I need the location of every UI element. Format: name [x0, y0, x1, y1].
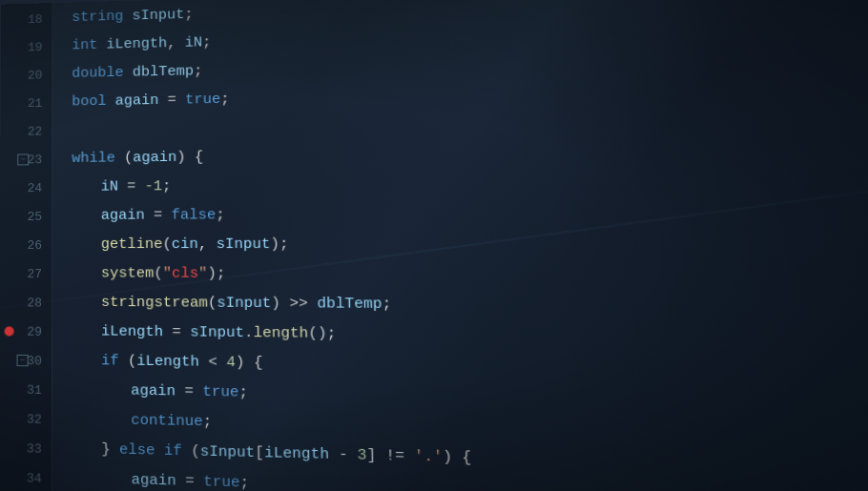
- line-num-33: 33: [0, 433, 52, 463]
- line-num-20: 20: [1, 61, 52, 90]
- line-num-30: − 30: [0, 346, 52, 376]
- token-sinput5: sInput: [200, 438, 256, 469]
- token-eq6: =: [176, 467, 204, 491]
- token-length: length: [253, 318, 308, 349]
- token-semi8: ;: [238, 378, 248, 409]
- token-semi6: ;: [216, 201, 225, 231]
- token-if: if: [101, 347, 119, 377]
- token-bracket2: ]: [366, 441, 385, 473]
- token-if2: if: [164, 437, 182, 467]
- token-p7: (: [208, 289, 217, 318]
- line-num-23: − 23: [0, 145, 52, 174]
- breakpoint-29[interactable]: [5, 326, 14, 336]
- token-eq5: =: [176, 378, 203, 408]
- token-space8: [182, 437, 192, 467]
- token-quote2: ": [198, 259, 208, 289]
- token-sinput: sInput: [132, 1, 184, 31]
- token-neq: !=: [385, 441, 415, 473]
- line-num-22: 22: [0, 117, 52, 146]
- token-semi10: ;: [239, 468, 249, 491]
- token-semi3: ;: [194, 57, 203, 86]
- token-cbrace: }: [101, 436, 119, 466]
- token-space2: [97, 31, 106, 60]
- token-space6: [119, 347, 128, 377]
- token-true: true: [185, 86, 220, 115]
- token-getline: getline: [101, 231, 163, 260]
- code-line-27: system ( " cls " );: [72, 259, 868, 293]
- code-editor: 18 19 20 21 22 − 23 24 25 26 27 28 29 − …: [0, 0, 868, 491]
- token-false: false: [171, 201, 216, 231]
- token-p8: ): [271, 289, 290, 318]
- token-while: while: [72, 144, 115, 173]
- token-dot: .: [244, 318, 254, 348]
- fold-icon-30[interactable]: −: [17, 355, 29, 366]
- token-comma2: ,: [198, 231, 217, 260]
- token-eq3: =: [145, 201, 172, 230]
- code-line-25: again = false ;: [72, 197, 868, 231]
- token-semi9: ;: [203, 407, 213, 438]
- token-space4: [106, 88, 114, 116]
- line-num-19: 19: [1, 32, 52, 61]
- token-minus: -: [329, 440, 358, 472]
- token-ilength: iLength: [106, 30, 167, 59]
- token-string: string: [72, 3, 123, 32]
- token-semi: ;: [184, 1, 193, 30]
- token-system: system: [101, 259, 155, 289]
- token-again2: again: [133, 144, 176, 174]
- code-area: 18 19 20 21 22 − 23 24 25 26 27 28 29 − …: [0, 0, 868, 491]
- line-num-27: 27: [0, 259, 52, 288]
- token-p13: ) {: [443, 442, 472, 474]
- token-again3: again: [101, 201, 145, 230]
- line-num-26: 26: [0, 231, 52, 259]
- line-num-31: 31: [0, 375, 52, 405]
- token-semi2: ;: [202, 29, 212, 57]
- fold-icon-23[interactable]: −: [17, 153, 29, 165]
- line-num-24: 24: [0, 174, 52, 202]
- token-p10: (: [128, 347, 136, 377]
- token-semi5: ;: [162, 173, 171, 201]
- token-p9: ();: [308, 319, 337, 350]
- token-4: 4: [226, 348, 236, 378]
- token-neg1: -1: [145, 173, 163, 201]
- line-num-29: 29: [0, 317, 52, 346]
- token-in2: iN: [101, 173, 118, 201]
- token-comma: ,: [167, 30, 185, 58]
- token-paren1: (: [124, 144, 133, 173]
- token-semi4: ;: [220, 86, 230, 114]
- token-p5: (: [154, 259, 163, 289]
- token-true2: true: [202, 378, 238, 408]
- code-line-26: getline ( cin , sInput );: [72, 229, 868, 260]
- token-cin: cin: [172, 231, 198, 260]
- token-stringstream: stringstream: [101, 289, 208, 318]
- token-paren2: ) {: [176, 143, 203, 173]
- token-eq2: =: [118, 173, 145, 201]
- token-p6: );: [207, 259, 225, 289]
- token-else: else: [119, 436, 155, 466]
- token-rshift: >>: [289, 290, 317, 319]
- token-lt: <: [199, 348, 227, 378]
- token-quote1: ": [163, 259, 173, 289]
- token-eq: =: [158, 87, 185, 115]
- token-p4: );: [270, 231, 289, 260]
- token-dbltemp: dblTemp: [133, 57, 195, 87]
- line-numbers: 18 19 20 21 22 − 23 24 25 26 27 28 29 − …: [0, 3, 52, 491]
- line-num-32: 32: [0, 404, 52, 435]
- token-p3: (: [162, 231, 172, 260]
- token-eq4: =: [163, 318, 190, 348]
- token-sinput4: sInput: [190, 318, 244, 349]
- code-lines: string sInput ; int iLength , iN ; doubl…: [52, 0, 868, 491]
- token-sinput2: sInput: [217, 231, 271, 260]
- token-space3: [124, 59, 133, 88]
- token-space7: [155, 437, 164, 467]
- token-int: int: [72, 31, 97, 60]
- line-num-25: 25: [0, 202, 52, 231]
- line-num-18: 18: [1, 5, 52, 34]
- token-p11: ) {: [236, 348, 263, 378]
- token-bracket1: [: [255, 439, 264, 469]
- token-true3: true: [203, 467, 240, 491]
- token-sinput3: sInput: [217, 289, 271, 318]
- token-ilength4: iLength: [264, 439, 330, 470]
- token-continue: continue: [131, 406, 203, 438]
- token-3: 3: [357, 440, 367, 471]
- token-space5: [115, 144, 124, 173]
